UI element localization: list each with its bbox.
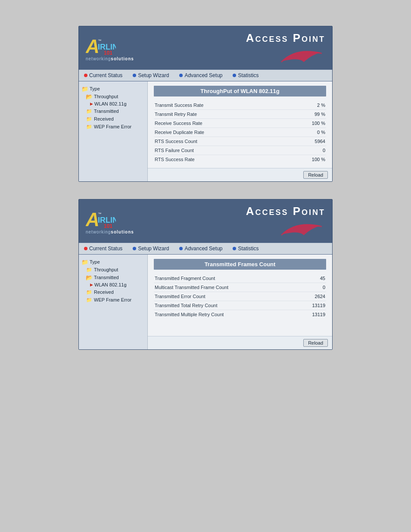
tree-item-throughput[interactable]: 📂 Throughput <box>81 93 145 100</box>
tree2-label-type: Type <box>90 259 100 264</box>
panel-2-header: A IRLINK ™ 101 networkingsolutions Acces… <box>79 199 332 243</box>
access-point-title: Access Point <box>246 31 325 45</box>
stat-row-6: RTS Failure Count 0 <box>154 146 326 155</box>
tree2-item-transmitted[interactable]: 📂 Transmitted <box>81 274 145 281</box>
tree2-label-transmitted: Transmitted <box>94 275 119 280</box>
tree-item-type[interactable]: 📁 Type <box>81 85 145 93</box>
nav-statistics-label: Statistics <box>238 72 258 78</box>
stat2-label-3: Transmitted Error Count <box>155 294 206 299</box>
panel-2-nav: Current Status Setup Wizard Advanced Set… <box>79 243 332 255</box>
panel-2-content: 📁 Type 📁 Throughput 📂 Transmitted ▶ WLAN… <box>79 255 332 349</box>
panel-2-main: Transmitted Frames Count Transmitted Fra… <box>148 255 332 336</box>
airlink-logo-icon: A IRLINK ™ 101 <box>86 36 116 57</box>
tree2-label-throughput: Throughput <box>94 267 118 272</box>
tree2-item-wlan[interactable]: ▶ WLAN 802.11g <box>81 281 145 288</box>
reload-button-2[interactable]: Reload <box>303 339 328 347</box>
panel-1-tree: 📁 Type 📂 Throughput ▶ WLAN 802.11g 📁 Tra… <box>79 81 148 181</box>
svg-text:™: ™ <box>98 212 101 216</box>
stat2-value-4: 13119 <box>299 303 325 308</box>
nav2-setup-wizard[interactable]: Setup Wizard <box>133 246 169 252</box>
nav-current-status[interactable]: Current Status <box>84 72 122 78</box>
stat2-value-1: 45 <box>299 276 325 281</box>
nav2-dot-red <box>84 247 87 250</box>
stat-label-6: RTS Failure Count <box>155 148 194 153</box>
stat2-label-4: Transmitted Total Retry Count <box>155 303 218 308</box>
networking-label: networkingsolutions <box>86 56 134 61</box>
svg-text:™: ™ <box>98 39 101 43</box>
nav-setup-wizard[interactable]: Setup Wizard <box>133 72 169 78</box>
nav-advanced-setup-label: Advanced Setup <box>184 72 222 78</box>
logo-text-2: A IRLINK ™ 101 <box>86 209 134 230</box>
tree-label-type: Type <box>90 86 100 91</box>
nav2-advanced-setup[interactable]: Advanced Setup <box>179 246 222 252</box>
tree-label-wep: WEP Frame Error <box>94 124 131 129</box>
nav2-advanced-setup-label: Advanced Setup <box>184 246 222 252</box>
panel-1-header: A IRLINK ™ 101 networkingsolutions Acces… <box>79 26 332 69</box>
tree2-item-type[interactable]: 📁 Type <box>81 258 145 266</box>
section-title-1: ThroughPut of WLAN 802.11g <box>154 86 326 96</box>
stat-row-5: RTS Success Count 5964 <box>154 137 326 146</box>
tree2-item-wep[interactable]: 📁 WEP Frame Error <box>81 296 145 304</box>
nav2-current-status[interactable]: Current Status <box>84 246 122 252</box>
tree2-item-received[interactable]: 📁 Received <box>81 288 145 296</box>
stat-row-4: Receive Duplicate Rate 0 % <box>154 128 326 137</box>
swoosh-icon <box>278 45 325 64</box>
nav-dot-blue-1 <box>133 74 136 77</box>
stat-label-7: RTS Success Rate <box>155 157 195 162</box>
nav2-statistics[interactable]: Statistics <box>233 246 258 252</box>
stat2-row-1: Transmitted Fragment Count 45 <box>154 274 326 283</box>
nav2-dot-blue-2 <box>179 247 183 250</box>
stat-row-2: Transmit Retry Rate 99 % <box>154 110 326 119</box>
networking-label-2: networkingsolutions <box>86 230 134 234</box>
reload-bar-2: Reload <box>148 336 332 349</box>
tree2-label-wlan: WLAN 802.11g <box>94 282 127 287</box>
tree2-item-throughput[interactable]: 📁 Throughput <box>81 266 145 274</box>
tree-item-received[interactable]: 📁 Received <box>81 115 145 123</box>
svg-text:101: 101 <box>104 50 112 56</box>
tree-item-transmitted[interactable]: 📁 Transmitted <box>81 107 145 115</box>
access-point-title-2: Access Point <box>246 205 325 218</box>
brand-right: Access Point <box>246 31 325 65</box>
tree-label-received: Received <box>94 116 114 121</box>
stat2-row-3: Transmitted Error Count 2624 <box>154 292 326 301</box>
stat2-label-2: Multicast Transmitted Frame Count <box>155 285 228 290</box>
nav-dot-blue-3 <box>233 74 236 77</box>
stat-label-4: Receive Duplicate Rate <box>155 130 204 135</box>
nav-advanced-setup[interactable]: Advanced Setup <box>179 72 222 78</box>
panel-1-main: ThroughPut of WLAN 802.11g Transmit Succ… <box>148 81 332 168</box>
stat-value-5: 5964 <box>299 139 325 144</box>
stat-row-1: Transmit Success Rate 2 % <box>154 101 326 110</box>
svg-text:101: 101 <box>104 223 112 229</box>
panel-1: A IRLINK ™ 101 networkingsolutions Acces… <box>78 26 333 182</box>
stat2-value-3: 2624 <box>299 294 325 299</box>
folder-icon-3: 📁 <box>86 124 93 130</box>
nav2-statistics-label: Statistics <box>238 246 258 252</box>
stat2-value-5: 13119 <box>299 312 325 317</box>
nav-statistics[interactable]: Statistics <box>233 72 258 78</box>
stat-value-3: 100 % <box>299 121 325 126</box>
stat2-row-4: Transmitted Total Retry Count 13119 <box>154 301 326 310</box>
folder2-icon-received: 📁 <box>86 289 93 295</box>
folder-icon-2: 📁 <box>86 116 93 122</box>
folder2-icon-throughput: 📁 <box>86 267 93 273</box>
tree-item-wep[interactable]: 📁 WEP Frame Error <box>81 123 145 131</box>
stat-label-5: RTS Success Count <box>155 139 197 144</box>
folder-icon-1: 📁 <box>86 108 93 114</box>
svg-text:A: A <box>86 209 100 230</box>
logo-area-2: A IRLINK ™ 101 networkingsolutions <box>86 209 134 234</box>
nav2-dot-blue-1 <box>133 247 136 250</box>
panel-2: A IRLINK ™ 101 networkingsolutions Acces… <box>78 199 333 350</box>
brand-right-2: Access Point <box>246 205 325 238</box>
reload-bar-1: Reload <box>148 168 332 181</box>
tree-label-transmitted: Transmitted <box>94 109 119 114</box>
stat2-label-5: Transmitted Multiple Retry Count <box>155 312 224 317</box>
reload-button-1[interactable]: Reload <box>303 171 328 179</box>
stat-value-1: 2 % <box>299 103 325 108</box>
nav2-dot-blue-3 <box>233 247 236 250</box>
stat-value-7: 100 % <box>299 157 325 162</box>
swoosh-icon-2 <box>278 218 325 237</box>
tree-item-wlan[interactable]: ▶ WLAN 802.11g <box>81 100 145 107</box>
nav2-current-status-label: Current Status <box>89 246 122 252</box>
logo-area: A IRLINK ™ 101 networkingsolutions <box>86 36 134 61</box>
panel-1-nav: Current Status Setup Wizard Advanced Set… <box>79 69 332 81</box>
